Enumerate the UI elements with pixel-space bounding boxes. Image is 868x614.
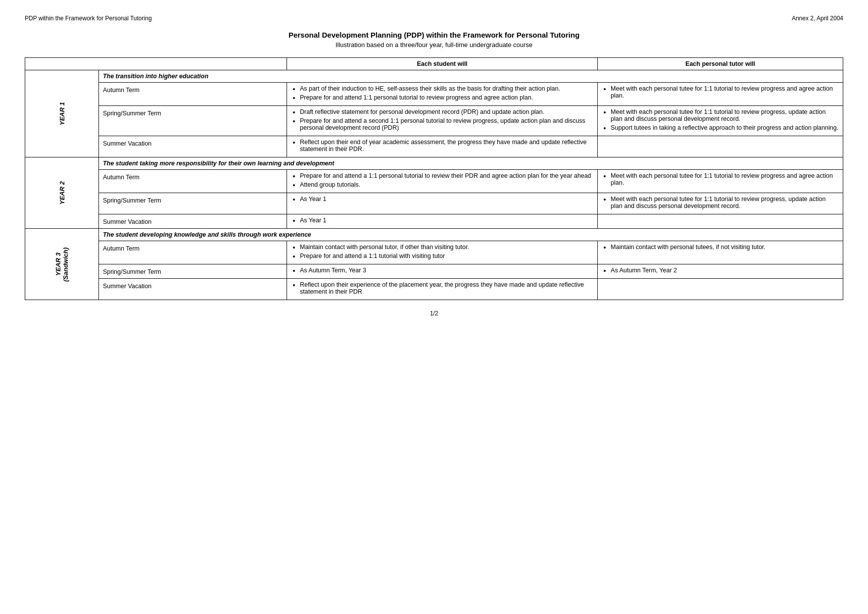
list-item: Draft reflective statement for personal … [300, 108, 593, 115]
list-item: Maintain contact with personal tutor, if… [300, 244, 593, 251]
table-row: Summer VacationReflect upon their end of… [25, 136, 843, 157]
tutor-items [598, 136, 843, 157]
page-subtitle: Illustration based on a three/four year,… [25, 41, 843, 49]
term-cell: Spring/Summer Term [98, 193, 287, 214]
list-item: Reflect upon their experience of the pla… [300, 281, 593, 295]
term-cell: Autumn Term [98, 83, 287, 106]
term-cell: Summer Vacation [98, 136, 287, 157]
list-item: Attend group tutorials. [300, 181, 593, 188]
tutor-items: Meet with each personal tutee for 1:1 tu… [598, 106, 843, 136]
page-title: Personal Development Planning (PDP) with… [25, 31, 843, 39]
table-row: Autumn TermPrepare for and attend a 1:1 … [25, 170, 843, 193]
list-item: As Year 1 [300, 196, 593, 203]
term-cell: Summer Vacation [98, 214, 287, 229]
header-right: Annex 2, April 2004 [792, 15, 843, 22]
tutor-col-header: Each personal tutor will [598, 58, 843, 70]
tutor-items: Meet with each personal tutee for 1:1 tu… [598, 193, 843, 214]
list-item: As part of their induction to HE, self-a… [300, 85, 593, 92]
tutor-items: Meet with each personal tutee for 1:1 tu… [598, 170, 843, 193]
list-item: As Year 1 [300, 217, 593, 224]
page-number: 1/2 [25, 310, 843, 317]
tutor-items [598, 279, 843, 300]
student-items: Draft reflective statement for personal … [287, 106, 597, 136]
list-item: As Autumn Term, Year 2 [611, 267, 839, 274]
list-item: Meet with each personal tutee for 1:1 tu… [611, 196, 839, 209]
table-row: Spring/Summer TermDraft reflective state… [25, 106, 843, 136]
section-header-year-3: The student developing knowledge and ski… [98, 229, 843, 241]
list-item: Prepare for and attend a 1:1 tutorial wi… [300, 253, 593, 259]
student-items: Reflect upon their experience of the pla… [287, 279, 597, 300]
student-col-header: Each student will [287, 58, 597, 70]
tutor-items: As Autumn Term, Year 2 [598, 264, 843, 279]
student-items: As part of their induction to HE, self-a… [287, 83, 597, 106]
table-row: Autumn TermMaintain contact with persona… [25, 241, 843, 264]
list-item: As Autumn Term, Year 3 [300, 267, 593, 274]
header-left: PDP within the Framework for Personal Tu… [25, 15, 152, 22]
student-items: As Year 1 [287, 214, 597, 229]
student-items: Maintain contact with personal tutor, if… [287, 241, 597, 264]
tutor-items: Maintain contact with personal tutees, i… [598, 241, 843, 264]
table-row: Spring/Summer TermAs Year 1Meet with eac… [25, 193, 843, 214]
list-item: Meet with each personal tutee for 1:1 tu… [611, 108, 839, 122]
list-item: Meet with each personal tutee for 1:1 tu… [611, 172, 839, 186]
list-item: Meet with each personal tutee for 1:1 tu… [611, 85, 839, 99]
table-row: Spring/Summer TermAs Autumn Term, Year 3… [25, 264, 843, 279]
list-item: Support tutees in taking a reflective ap… [611, 124, 839, 131]
list-item: Reflect upon their end of year academic … [300, 139, 593, 153]
main-table: Each student will Each personal tutor wi… [25, 57, 843, 300]
student-items: As Autumn Term, Year 3 [287, 264, 597, 279]
year-label-3: YEAR 3(Sandwich) [25, 229, 99, 300]
table-row: Summer VacationReflect upon their experi… [25, 279, 843, 300]
student-items: Reflect upon their end of year academic … [287, 136, 597, 157]
year-label-2: YEAR 2 [25, 157, 99, 229]
student-items: Prepare for and attend a 1:1 personal tu… [287, 170, 597, 193]
term-cell: Summer Vacation [98, 279, 287, 300]
year-label-1: YEAR 1 [25, 70, 99, 157]
tutor-items: Meet with each personal tutee for 1:1 tu… [598, 83, 843, 106]
list-item: Prepare for and attend a 1:1 personal tu… [300, 172, 593, 179]
table-row: Summer VacationAs Year 1 [25, 214, 843, 229]
term-cell: Autumn Term [98, 241, 287, 264]
table-row: Autumn TermAs part of their induction to… [25, 83, 843, 106]
term-cell: Spring/Summer Term [98, 264, 287, 279]
term-cell: Spring/Summer Term [98, 106, 287, 136]
blank-header [25, 58, 287, 70]
section-header-year-1: The transition into higher education [98, 70, 843, 83]
term-cell: Autumn Term [98, 170, 287, 193]
list-item: Maintain contact with personal tutees, i… [611, 244, 839, 251]
tutor-items [598, 214, 843, 229]
section-header-year-2: The student taking more responsibility f… [98, 157, 843, 170]
student-items: As Year 1 [287, 193, 597, 214]
list-item: Prepare for and attend 1:1 personal tuto… [300, 94, 593, 101]
list-item: Prepare for and attend a second 1:1 pers… [300, 117, 593, 131]
